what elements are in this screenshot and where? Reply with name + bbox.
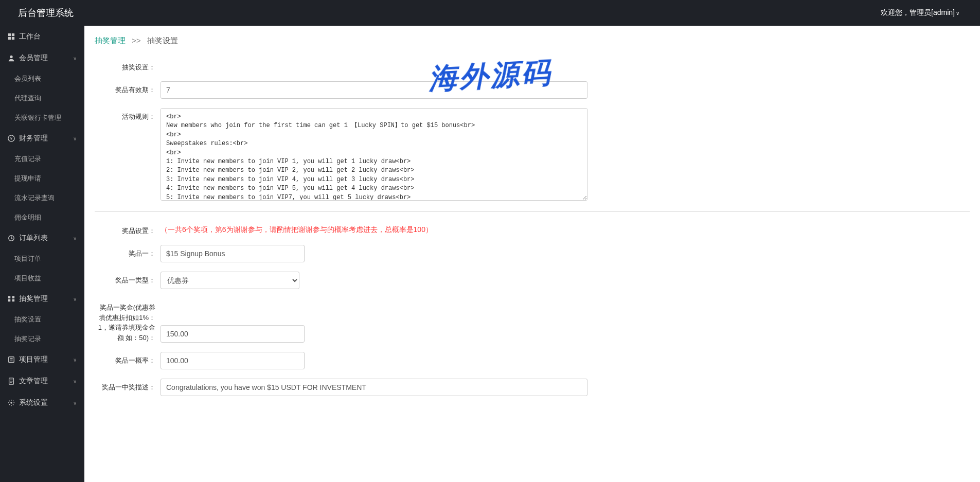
sidebar-subitem-1-2[interactable]: 关联银行卡管理 — [0, 108, 84, 128]
breadcrumb: 抽奖管理 >> 抽奖设置 — [84, 26, 980, 53]
svg-point-4 — [10, 56, 12, 58]
svg-rect-3 — [12, 37, 14, 40]
svg-text:¥: ¥ — [10, 137, 12, 140]
sidebar-item-label: 会员管理 — [19, 53, 48, 63]
prize1-label: 奖品一： — [95, 245, 161, 258]
prize1-amount-input[interactable] — [161, 325, 305, 343]
prize1-desc-input[interactable] — [161, 379, 587, 396]
sidebar-item-1[interactable]: 会员管理∨ — [0, 47, 84, 69]
sidebar-item-7[interactable]: 系统设置∨ — [0, 392, 84, 414]
prize1-input[interactable] — [161, 245, 305, 262]
sidebar-subitem-2-0[interactable]: 充值记录 — [0, 149, 84, 169]
prize1-type-select[interactable]: 优惠券 — [161, 272, 299, 289]
breadcrumb-current: 抽奖设置 — [147, 36, 178, 45]
user-icon — [8, 55, 15, 62]
chevron-down-icon: ∨ — [73, 56, 77, 61]
svg-rect-12 — [9, 357, 14, 363]
header: 后台管理系统 欢迎您，管理员[admin]∨ — [0, 0, 980, 26]
sidebar-item-label: 文章管理 — [19, 377, 48, 386]
sidebar-subitem-3-0[interactable]: 项目订单 — [0, 249, 84, 269]
chevron-down-icon: ∨ — [73, 296, 77, 302]
sidebar-subitem-2-2[interactable]: 流水记录查询 — [0, 188, 84, 208]
sidebar-subitem-3-1[interactable]: 项目收益 — [0, 269, 84, 288]
welcome-text: 欢迎您，管理员[admin] — [881, 8, 955, 16]
svg-rect-8 — [8, 296, 10, 298]
svg-rect-10 — [8, 299, 10, 301]
chevron-down-icon: ∨ — [73, 400, 77, 406]
sidebar-subitem-2-3[interactable]: 佣金明细 — [0, 208, 84, 227]
rules-label: 活动规则： — [95, 108, 161, 121]
sidebar-item-label: 订单列表 — [19, 234, 48, 243]
sidebar-subitem-2-1[interactable]: 提现申请 — [0, 169, 84, 188]
section-lottery-settings-label: 抽奖设置： — [95, 59, 161, 72]
sidebar-item-label: 项目管理 — [19, 355, 48, 364]
svg-rect-0 — [8, 33, 11, 36]
article-icon — [8, 378, 15, 385]
chevron-down-icon: ∨ — [73, 136, 77, 141]
sidebar-item-6[interactable]: 文章管理∨ — [0, 370, 84, 392]
expire-input[interactable] — [161, 81, 587, 99]
svg-rect-2 — [8, 37, 11, 40]
svg-rect-1 — [12, 33, 14, 36]
app-title: 后台管理系统 — [10, 7, 74, 19]
sidebar-subitem-1-1[interactable]: 代理查询 — [0, 88, 84, 108]
money-icon: ¥ — [8, 135, 15, 142]
prize-settings-note: （一共6个奖项，第6为谢谢参与，请酌情把谢谢参与的概率考虑进去，总概率是100） — [161, 222, 587, 235]
settings-icon — [8, 399, 15, 406]
rules-textarea[interactable] — [161, 108, 587, 201]
chevron-down-icon: ∨ — [956, 10, 959, 16]
order-icon — [8, 235, 15, 242]
sidebar-item-3[interactable]: 订单列表∨ — [0, 227, 84, 249]
sidebar-item-2[interactable]: ¥财务管理∨ — [0, 128, 84, 149]
breadcrumb-link[interactable]: 抽奖管理 — [95, 36, 126, 45]
sidebar-subitem-4-0[interactable]: 抽奖设置 — [0, 310, 84, 329]
prize1-amount-label: 奖品一奖金(优惠券填优惠折扣如1%：1，邀请券填现金金额 如：50)： — [95, 298, 161, 343]
breadcrumb-sep: >> — [132, 36, 141, 45]
chevron-down-icon: ∨ — [73, 236, 77, 241]
svg-rect-9 — [12, 296, 14, 298]
lottery-icon — [8, 295, 15, 302]
chevron-down-icon: ∨ — [73, 379, 77, 384]
divider — [95, 211, 970, 212]
prize1-desc-label: 奖品一中奖描述： — [95, 379, 161, 392]
sidebar: 工作台会员管理∨会员列表代理查询关联银行卡管理¥财务管理∨充值记录提现申请流水记… — [0, 26, 84, 482]
sidebar-item-label: 系统设置 — [19, 398, 48, 407]
prize1-rate-input[interactable] — [161, 352, 305, 369]
section-prize-settings-label: 奖品设置： — [95, 222, 161, 236]
sidebar-item-4[interactable]: 抽奖管理∨ — [0, 288, 84, 310]
sidebar-item-label: 财务管理 — [19, 134, 48, 143]
sidebar-item-5[interactable]: 项目管理∨ — [0, 349, 84, 370]
sidebar-item-label: 工作台 — [19, 32, 41, 41]
sidebar-subitem-4-1[interactable]: 抽奖记录 — [0, 329, 84, 349]
expire-label: 奖品有效期： — [95, 81, 161, 95]
main-content: 抽奖管理 >> 抽奖设置 抽奖设置： 奖品有效期： 活动规则： — [84, 26, 980, 482]
sidebar-item-0[interactable]: 工作台 — [0, 26, 84, 47]
project-icon — [8, 356, 15, 363]
dashboard-icon — [8, 33, 15, 40]
svg-point-14 — [10, 402, 12, 404]
prize1-type-label: 奖品一类型： — [95, 272, 161, 285]
user-menu[interactable]: 欢迎您，管理员[admin]∨ — [881, 8, 970, 17]
svg-rect-11 — [12, 299, 14, 301]
sidebar-subitem-1-0[interactable]: 会员列表 — [0, 69, 84, 88]
prize1-rate-label: 奖品一概率： — [95, 352, 161, 365]
chevron-down-icon: ∨ — [73, 357, 77, 363]
sidebar-item-label: 抽奖管理 — [19, 294, 48, 304]
